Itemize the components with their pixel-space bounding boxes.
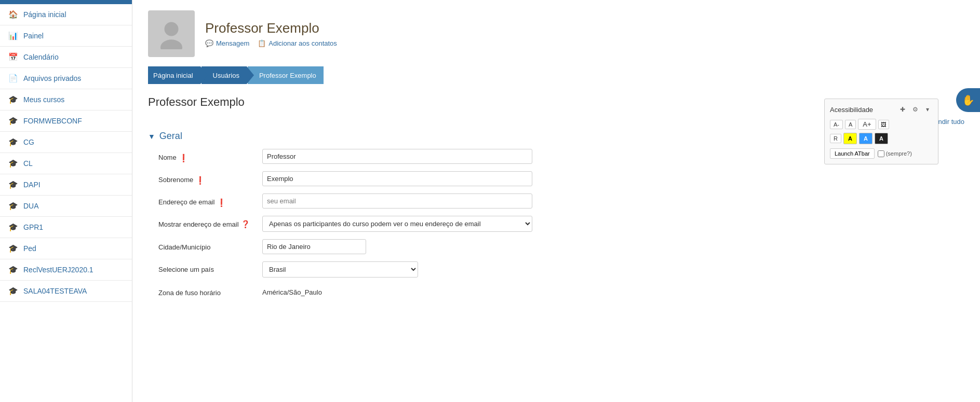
font-larger-btn[interactable]: A+ [858,119,876,130]
sidebar-icon-arquivos-privados: 📄 [8,74,18,83]
section-title: Geral [159,131,182,142]
acc-black-btn[interactable]: A [875,133,888,144]
sidebar-icon-dapi: 🎓 [8,180,18,189]
profile-header: Professor Exemplo 💬 Mensagem 📋 Adicionar… [148,10,964,57]
accessibility-panel: Acessibilidade ✚ ⚙ ▾ A- A A+ 🖼 R A A A L… [824,99,938,164]
breadcrumb-current[interactable]: Professor Exemplo [248,66,324,84]
sidebar-label-gpr1: GPR1 [23,223,43,231]
acc-blue-btn[interactable]: A [859,133,872,144]
image-btn[interactable]: 🖼 [878,120,889,129]
float-icon: ✋ [962,94,975,106]
sidebar-item-painel[interactable]: 📊Painel [0,25,132,47]
breadcrumb: Página inicial Usuários Professor Exempl… [148,66,964,84]
sidebar-icon-painel: 📊 [8,31,18,40]
nome-field [262,149,532,164]
profile-name-area: Professor Exemplo 💬 Mensagem 📋 Adicionar… [205,20,337,47]
acc-yellow-btn[interactable]: A [843,133,857,144]
font-smaller-btn[interactable]: A- [830,120,843,129]
add-contact-icon: 📋 [258,39,266,47]
acc-sempre: (sempre?) [878,150,912,157]
sidebar-item-reclvestuerj[interactable]: 🎓ReclVestUERJ2020.1 [0,259,132,281]
acc-settings-icon[interactable]: ⚙ [910,104,920,115]
acc-launch-row: Launch ATbar (sempre?) [830,148,933,159]
fuso-label: Zona de fuso horário [158,285,262,298]
svg-point-0 [165,22,179,36]
nome-input[interactable] [262,149,532,164]
sidebar-icon-pagina-inicial: 🏠 [8,10,18,19]
form-row-mostrar-email: Mostrar endereço de email ❓ Apenas os pa… [148,216,964,232]
sobrenome-label: Sobrenome ❗ [158,171,262,186]
fuso-value: América/São_Paulo [262,285,322,296]
form-row-fuso: Zona de fuso horário América/São_Paulo [148,285,964,298]
floating-action-button[interactable]: ✋ [956,88,980,112]
sidebar-icon-meus-cursos: 🎓 [8,95,18,104]
email-required-icon: ❗ [217,197,226,208]
add-contact-button[interactable]: 📋 Adicionar aos contatos [258,39,337,47]
sidebar-item-calendario[interactable]: 📅Calendário [0,47,132,68]
sidebar-label-reclvestuerj: ReclVestUERJ2020.1 [23,266,93,274]
nome-label: Nome ❗ [158,149,262,163]
acc-close-icon[interactable]: ▾ [922,104,933,115]
email-label: Endereço de email ❗ [158,193,262,208]
mostrar-email-select[interactable]: Apenas os participantes do curso podem v… [262,216,532,232]
sidebar-icon-cl: 🎓 [8,159,18,168]
sidebar-item-pagina-inicial[interactable]: 🏠Página inicial [0,4,132,25]
sidebar-icon-ped: 🎓 [8,244,18,253]
cidade-input[interactable] [262,239,366,254]
sobrenome-input[interactable] [262,171,532,186]
sidebar-item-cg[interactable]: 🎓CG [0,132,132,153]
sidebar-item-gpr1[interactable]: 🎓GPR1 [0,217,132,238]
sidebar-icon-calendario: 📅 [8,52,18,62]
message-icon: 💬 [205,39,213,47]
form-row-sobrenome: Sobrenome ❗ [148,171,964,186]
profile-actions: 💬 Mensagem 📋 Adicionar aos contatos [205,39,337,47]
acc-plus-icon[interactable]: ✚ [897,104,908,115]
nome-required-icon: ❗ [179,153,189,163]
sidebar-icon-cg: 🎓 [8,137,18,147]
sidebar: 🏠Página inicial📊Painel📅Calendário📄Arquiv… [0,0,132,402]
breadcrumb-home[interactable]: Página inicial [148,66,200,84]
pais-label: Selecione um país [158,261,262,274]
mostrar-email-field: Apenas os participantes do curso podem v… [262,216,532,232]
pais-select[interactable]: Brasil [262,261,418,278]
section-toggle[interactable]: ▼ [148,132,155,141]
mostrar-email-label: Mostrar endereço de email ❓ [158,216,262,230]
email-field [262,193,532,209]
sidebar-label-dua: DUA [23,202,39,210]
sidebar-item-ped[interactable]: 🎓Ped [0,238,132,259]
acc-sempre-checkbox[interactable] [878,150,884,157]
acc-reset-btn[interactable]: R [830,134,841,143]
sidebar-item-arquivos-privados[interactable]: 📄Arquivos privados [0,68,132,89]
breadcrumb-users[interactable]: Usuários [202,66,247,84]
font-normal-btn[interactable]: A [845,120,856,129]
sidebar-item-dua[interactable]: 🎓DUA [0,196,132,217]
accessibility-header: Acessibilidade ✚ ⚙ ▾ [830,104,933,115]
mostrar-email-help-icon: ❓ [241,219,250,230]
svg-point-1 [160,39,182,49]
sidebar-item-meus-cursos[interactable]: 🎓Meus cursos [0,89,132,110]
sidebar-icon-reclvestuerj: 🎓 [8,265,18,274]
sidebar-item-sala04[interactable]: 🎓SALA04TESTEAVA [0,281,132,302]
sidebar-item-dapi[interactable]: 🎓DAPI [0,174,132,196]
sidebar-label-cl: CL [23,159,33,168]
sidebar-icon-formwebconf: 🎓 [8,116,18,126]
sidebar-label-cg: CG [23,138,34,146]
sidebar-label-arquivos-privados: Arquivos privados [23,74,81,82]
sobrenome-field [262,171,532,186]
avatar [148,10,195,57]
sidebar-item-cl[interactable]: 🎓CL [0,153,132,174]
pais-field: Brasil [262,261,532,278]
sidebar-label-calendario: Calendário [23,53,59,61]
sidebar-label-dapi: DAPI [23,181,41,189]
cidade-field [262,239,532,254]
sidebar-item-formwebconf[interactable]: 🎓FORMWEBCONF [0,110,132,132]
email-input[interactable] [262,193,532,209]
sidebar-label-sala04: SALA04TESTEAVA [23,287,87,295]
profile-name: Professor Exemplo [205,20,337,36]
message-button[interactable]: 💬 Mensagem [205,39,249,47]
sidebar-header [0,0,132,4]
acc-color-row: R A A A [830,133,933,144]
launch-atbar-btn[interactable]: Launch ATbar [830,148,875,159]
sidebar-label-meus-cursos: Meus cursos [23,95,64,104]
accessibility-controls: ✚ ⚙ ▾ [897,104,933,115]
